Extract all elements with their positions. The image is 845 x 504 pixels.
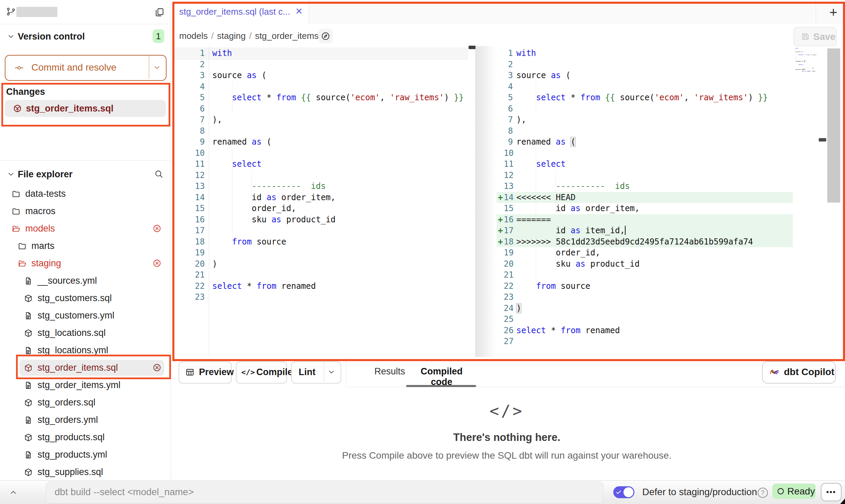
code-line[interactable]: 1with	[172, 48, 476, 59]
outer-scrollbar-thumb[interactable]	[827, 48, 840, 203]
code-line[interactable]: 1with	[497, 48, 817, 59]
code-line[interactable]: 15 order_id,	[172, 203, 476, 214]
code-editor-left-pane[interactable]: 1with23source as (45 select * from {{ so…	[172, 46, 476, 359]
code-line[interactable]: 14 id as order_item,	[172, 192, 476, 203]
code-line[interactable]: 9renamed as (	[497, 136, 817, 148]
tree-item-stg_customers.yml[interactable]: stg_customers.yml	[0, 307, 171, 324]
save-button[interactable]: Save	[793, 27, 837, 46]
code-line[interactable]: +16=======	[497, 214, 817, 225]
chevron-down-icon[interactable]	[153, 63, 161, 72]
code-line[interactable]: 16 sku as product_id	[172, 214, 476, 225]
lineage-compass-icon[interactable]	[318, 29, 333, 43]
discard-change-icon[interactable]	[13, 104, 22, 113]
commit-and-resolve-button[interactable]: Commit and resolve	[5, 55, 167, 81]
code-line[interactable]: +18>>>>>>> 58c1dd23d5eebd9cd2495fa7124ab…	[497, 236, 817, 248]
more-options-button[interactable]: •••	[821, 483, 842, 501]
chevron-down-icon[interactable]	[7, 170, 15, 178]
code-line[interactable]: 6	[172, 103, 476, 115]
code-line[interactable]: 22select * from renamed	[172, 281, 476, 292]
tree-item-__sources.yml[interactable]: __sources.yml	[0, 272, 171, 290]
minimap[interactable]: with source as ( select * from {{ source…	[795, 48, 816, 72]
code-line[interactable]: 11 select	[497, 159, 817, 170]
defer-toggle[interactable]	[613, 486, 634, 498]
tab-compiled-code[interactable]: Compiled code	[414, 366, 470, 387]
tree-item-stg_order_items.sql[interactable]: stg_order_items.sql	[0, 359, 171, 376]
code-line[interactable]: 10	[497, 148, 817, 159]
preview-button[interactable]: Preview	[178, 361, 232, 384]
code-line[interactable]: 4	[497, 81, 817, 92]
code-line[interactable]: 12	[497, 170, 817, 181]
search-icon[interactable]	[154, 169, 163, 179]
code-line[interactable]: 27	[497, 336, 817, 347]
code-editor-right-pane[interactable]: 1with23source as (45 select * from {{ so…	[497, 46, 817, 359]
code-line[interactable]: 12	[172, 170, 476, 181]
code-line[interactable]: 4	[172, 81, 476, 92]
tree-item-stg_locations.sql[interactable]: stg_locations.sql	[0, 324, 171, 342]
tree-item-stg_customers.sql[interactable]: stg_customers.sql	[0, 290, 171, 307]
help-icon[interactable]: ?	[758, 488, 768, 498]
code-line[interactable]: 18 from source	[172, 236, 476, 248]
code-line[interactable]: 2	[172, 59, 476, 70]
tree-item-marts[interactable]: marts	[0, 237, 171, 255]
code-line[interactable]: 23	[497, 292, 817, 303]
tree-item-stg_supplies.sql[interactable]: stg_supplies.sql	[0, 463, 171, 481]
tree-item-stg_products.yml[interactable]: stg_products.yml	[0, 446, 171, 463]
code-line[interactable]: 21	[497, 269, 817, 281]
code-line[interactable]: 23	[172, 292, 476, 303]
tree-item-stg_orders.yml[interactable]: stg_orders.yml	[0, 411, 171, 429]
dbt-copilot-button[interactable]: dbt Copilot	[762, 361, 836, 384]
discard-change-icon[interactable]	[153, 363, 161, 372]
new-tab-button[interactable]: +	[826, 5, 841, 20]
compile-button[interactable]: </> Compile	[236, 361, 287, 384]
code-line[interactable]: 20 sku as product_id	[497, 258, 817, 270]
code-line[interactable]: 5 select * from {{ source('ecom', 'raw_i…	[172, 92, 476, 103]
tree-item-stg_products.sql[interactable]: stg_products.sql	[0, 429, 171, 446]
tree-item-models[interactable]: models	[0, 220, 171, 237]
discard-change-icon[interactable]	[153, 259, 161, 268]
changed-file-row[interactable]: stg_order_items.sql	[5, 100, 166, 117]
code-line[interactable]: 8	[172, 125, 476, 137]
code-line[interactable]: 9renamed as (	[172, 136, 476, 148]
code-line[interactable]: 6	[497, 103, 817, 115]
tree-item-macros[interactable]: macros	[0, 203, 171, 220]
code-line[interactable]: 19 order_id,	[497, 247, 817, 258]
tree-item-stg_locations.yml[interactable]: stg_locations.yml	[0, 342, 171, 359]
tab-results[interactable]: Results	[374, 366, 403, 377]
code-line[interactable]: 26select * from renamed	[497, 325, 817, 336]
code-line[interactable]: 7),	[172, 114, 476, 125]
code-line[interactable]: 7),	[497, 114, 817, 125]
code-line[interactable]: 3source as (	[497, 70, 817, 81]
discard-change-icon[interactable]	[153, 224, 161, 233]
tab-stg-order-items[interactable]: stg_order_items.sql (last c... ✕	[171, 0, 309, 24]
code-line[interactable]: +17 id as item_id,	[497, 225, 817, 236]
branch-name-redacted[interactable]	[16, 7, 57, 17]
code-line[interactable]: 17	[172, 225, 476, 236]
code-line[interactable]: 10	[172, 148, 476, 159]
code-line[interactable]: 21	[172, 269, 476, 281]
code-line[interactable]: 8	[497, 125, 817, 137]
code-line[interactable]: 3source as (	[172, 70, 476, 81]
code-line[interactable]: 2	[497, 59, 817, 70]
chevron-up-icon[interactable]	[9, 488, 18, 497]
tree-item-stg_orders.sql[interactable]: stg_orders.sql	[0, 394, 171, 411]
code-line[interactable]: +14<<<<<<< HEAD	[497, 192, 817, 203]
copy-files-icon[interactable]	[154, 7, 164, 17]
code-line[interactable]: 24)	[497, 303, 817, 314]
close-tab-icon[interactable]: ✕	[295, 6, 303, 17]
code-line[interactable]: 25	[497, 314, 817, 325]
tree-item-data-tests[interactable]: data-tests	[0, 185, 171, 203]
chevron-down-icon[interactable]	[327, 368, 335, 376]
code-line[interactable]: 11 select	[172, 159, 476, 170]
code-line[interactable]: 19	[172, 247, 476, 258]
code-line[interactable]: 20)	[172, 258, 476, 270]
ready-status-badge[interactable]: Ready	[772, 484, 816, 499]
left-pane-scrollbar-thumb[interactable]	[469, 46, 476, 49]
code-line[interactable]: 13 ---------- ids	[497, 181, 817, 192]
code-line[interactable]: 13 ---------- ids	[172, 181, 476, 192]
right-pane-scrollbar-thumb[interactable]	[819, 138, 826, 142]
code-line[interactable]: 22 from source	[497, 281, 817, 292]
lint-button[interactable]: Lint	[291, 361, 341, 384]
tree-item-stg_order_items.yml[interactable]: stg_order_items.yml	[0, 376, 171, 394]
code-line[interactable]: 15 id as order_item,	[497, 203, 817, 214]
chevron-down-icon[interactable]	[7, 32, 15, 41]
